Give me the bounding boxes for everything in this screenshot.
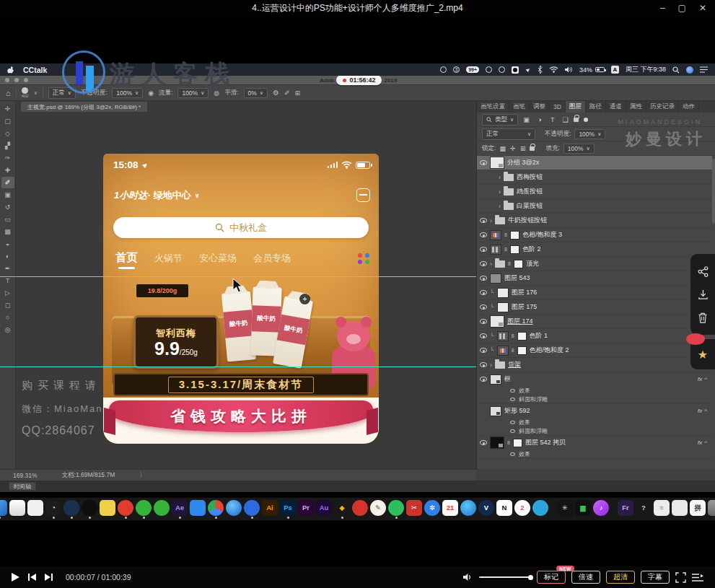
ps-tool[interactable]: ✐: [1, 177, 14, 188]
fullscreen-icon[interactable]: [675, 572, 686, 583]
circle-app-icon[interactable]: [499, 66, 505, 73]
dock-app-icon[interactable]: 2: [514, 500, 530, 516]
ps-tool[interactable]: ▣: [1, 189, 14, 201]
ps-tool[interactable]: ▞: [1, 140, 14, 152]
layer-thumbnail[interactable]: [504, 174, 514, 181]
visibility-toggle[interactable]: [480, 261, 487, 266]
dock-app-icon[interactable]: Ai: [262, 500, 278, 516]
effect-visibility-icon[interactable]: [510, 421, 515, 424]
canvas-guide[interactable]: [0, 367, 476, 367]
dock-app-icon[interactable]: [226, 500, 242, 516]
ps-tool[interactable]: ✛: [1, 103, 14, 115]
pressure-size-icon[interactable]: ✐: [284, 89, 290, 97]
panel-tab[interactable]: 调整: [530, 101, 550, 113]
panel-tab[interactable]: 画笔: [509, 101, 530, 113]
maximize-button[interactable]: ▢: [678, 3, 686, 13]
layer-name[interactable]: 分组 3@2x: [507, 158, 539, 167]
pin-tool[interactable]: ★: [690, 339, 715, 369]
dock-app-icon[interactable]: 拼: [690, 500, 706, 516]
visibility-toggle[interactable]: [480, 362, 487, 367]
visibility-toggle[interactable]: [480, 440, 487, 445]
dock-app-icon[interactable]: [208, 500, 224, 516]
ps-tool[interactable]: ◒: [1, 238, 14, 250]
layer-name[interactable]: 白菜按钮: [517, 201, 543, 211]
download-icon[interactable]: [698, 289, 709, 300]
input-source-icon[interactable]: A: [611, 66, 619, 74]
dock-app-icon[interactable]: [9, 500, 25, 516]
layer-row[interactable]: › 西梅按钮: [477, 170, 712, 185]
dock-app-icon[interactable]: [460, 500, 476, 516]
layer-row[interactable]: 图层 543: [477, 271, 712, 286]
filter-shape-icon[interactable]: ❑: [561, 116, 570, 123]
dock-app-icon[interactable]: [100, 500, 115, 516]
store-tab[interactable]: 首页: [115, 250, 138, 266]
dock-app-icon[interactable]: ✳: [557, 500, 573, 516]
layer-thumbnail[interactable]: [490, 436, 504, 449]
playlist-icon[interactable]: [692, 573, 703, 582]
visibility-toggle[interactable]: [480, 276, 487, 281]
menubar-clock[interactable]: 周三 下午9:38: [626, 65, 666, 74]
layer-thumbnail[interactable]: [490, 315, 504, 328]
effect-visibility-icon[interactable]: [510, 429, 515, 433]
layer-row[interactable]: › 8 顶光: [477, 257, 712, 271]
smoothing-select[interactable]: 0%∨: [244, 88, 268, 98]
layer-name[interactable]: 图层 543: [504, 273, 530, 283]
layer-blend-mode-select[interactable]: 正常∨: [482, 128, 535, 140]
layer-thumbnail[interactable]: [490, 245, 501, 255]
home-icon[interactable]: ⌂: [6, 89, 11, 97]
dock-app-icon[interactable]: [190, 500, 206, 516]
layer-thumbnail[interactable]: [490, 230, 501, 240]
visibility-toggle[interactable]: [480, 290, 487, 295]
ps-tool[interactable]: ○: [1, 312, 14, 323]
dock-app-icon[interactable]: Ae: [172, 500, 188, 516]
layer-row[interactable]: └ 8 色阶 1: [477, 329, 712, 343]
layer-mask-thumbnail[interactable]: [517, 346, 527, 355]
expander-icon[interactable]: ›: [490, 217, 492, 224]
visibility-toggle[interactable]: [480, 333, 487, 338]
notification-list-icon[interactable]: [700, 66, 708, 73]
layer-row[interactable]: 矩形 592 fx^ 效果: [477, 404, 712, 436]
layer-mask-thumbnail[interactable]: [517, 332, 527, 341]
store-location[interactable]: 绿地中心: [154, 189, 191, 202]
filter-toggle-icon[interactable]: [584, 118, 588, 122]
expander-icon[interactable]: ›: [499, 174, 501, 181]
add-to-cart-button[interactable]: +: [299, 294, 310, 304]
document-tab[interactable]: 主视觉.psd @ 169% (分组 3@2x, RGB/8#) *: [20, 101, 148, 112]
layer-thumbnail[interactable]: [490, 273, 501, 284]
panel-tab[interactable]: 图层: [566, 101, 586, 113]
dock-app-icon[interactable]: ✂: [406, 500, 422, 516]
filter-type-icon[interactable]: T: [548, 116, 557, 123]
layer-name[interactable]: 图层 176: [512, 288, 538, 297]
ps-tool[interactable]: ▩: [1, 226, 14, 237]
layer-mask-thumbnail[interactable]: [513, 439, 522, 447]
visibility-toggle[interactable]: [480, 218, 487, 223]
symmetry-icon[interactable]: ⊞: [294, 89, 300, 97]
layer-name[interactable]: 图层 175: [512, 302, 538, 312]
layer-name[interactable]: 框: [504, 374, 511, 384]
layer-thumbnail[interactable]: [497, 331, 509, 341]
layer-row[interactable]: 8 色阶 2: [477, 242, 712, 257]
apps-grid-icon[interactable]: [358, 253, 370, 264]
traffic-light[interactable]: [14, 78, 19, 82]
dock-app-icon[interactable]: Ps: [280, 500, 296, 516]
filter-adjustment-icon[interactable]: ◑: [535, 116, 544, 123]
layer-mask-thumbnail[interactable]: [510, 245, 519, 254]
layer-thumbnail[interactable]: [490, 157, 504, 169]
layer-thumbnail[interactable]: [495, 217, 505, 224]
dock-app-icon[interactable]: ▆: [575, 500, 591, 516]
expander-icon[interactable]: ›: [490, 260, 492, 268]
timeline-tab[interactable]: 时间轴: [9, 482, 36, 491]
layer-name[interactable]: 图层 174: [507, 317, 533, 326]
dock-app-icon[interactable]: [136, 500, 152, 516]
ps-tool[interactable]: ▢: [1, 115, 14, 127]
ps-tool[interactable]: ◇: [1, 128, 14, 139]
zoom-level[interactable]: 169.31%: [13, 472, 38, 479]
expander-icon[interactable]: ›: [499, 188, 501, 196]
layer-row[interactable]: › 牛奶按钮按钮: [477, 214, 712, 228]
scan-icon[interactable]: [356, 188, 370, 202]
next-button[interactable]: [45, 574, 53, 581]
ps-tool[interactable]: ◎: [1, 324, 14, 335]
store-tab[interactable]: 安心菜场: [199, 252, 237, 265]
dock-app-icon[interactable]: ♪: [593, 500, 609, 516]
layer-mask-thumbnail[interactable]: [514, 260, 523, 268]
